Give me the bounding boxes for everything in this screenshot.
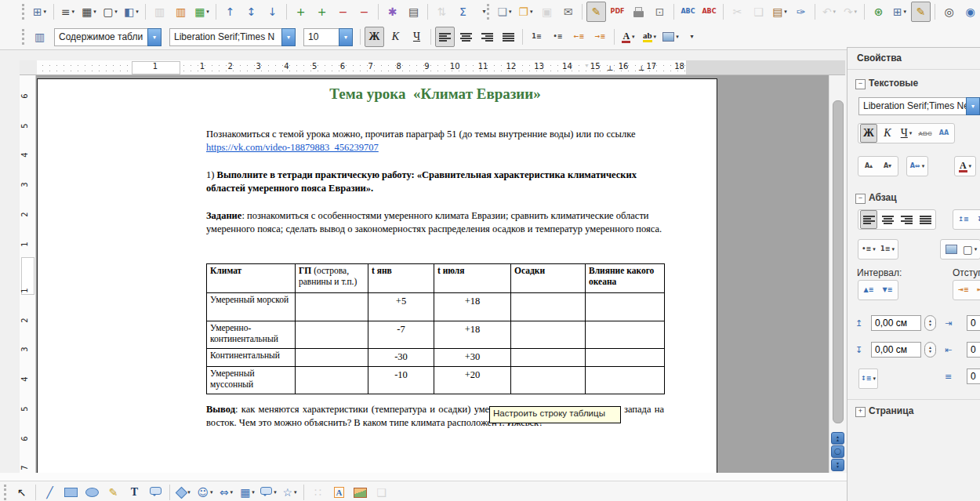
sidebar-font-name-combo[interactable]: Liberation Serif;Times Ne ▾ — [858, 97, 980, 115]
chevron-down-icon[interactable]: ▾ — [339, 28, 353, 46]
dropdown-arrow-icon[interactable]: ▾ — [632, 34, 635, 40]
align-center-button[interactable] — [456, 27, 476, 47]
align-left-button[interactable] — [860, 210, 877, 229]
intro-paragraph[interactable]: Познакомиться с темой урока можно, прочи… — [206, 128, 664, 154]
open-file-button[interactable]: ❐▾ — [516, 2, 535, 22]
split-cells-button[interactable]: ▥ — [171, 2, 191, 22]
dropdown-arrow-icon[interactable]: ▾ — [969, 163, 972, 169]
first-line-indent-input[interactable] — [967, 368, 980, 384]
navigator-button[interactable]: ◉ — [960, 2, 980, 22]
show-draw-functions-button[interactable]: ✎ — [911, 2, 931, 22]
table-cell[interactable] — [511, 321, 586, 349]
increase-font-size-button[interactable]: А▴ — [860, 157, 877, 176]
above-spacing-input[interactable] — [871, 315, 921, 331]
print-preview-button[interactable]: ⊡ — [650, 2, 670, 22]
ellipse-button[interactable] — [82, 482, 102, 501]
font-name-combo[interactable]: Liberation Serif;Times N ▾ — [169, 28, 296, 46]
table-cell[interactable]: Умеренный муссонный — [207, 367, 296, 394]
table-cell[interactable]: +5 — [368, 293, 434, 321]
border-style-button[interactable]: ≡▾ — [58, 2, 78, 22]
table-properties-button[interactable]: ▤ — [404, 2, 423, 22]
scrollbar-thumb[interactable] — [833, 100, 844, 423]
table-cell[interactable]: Умеренно-континентальный — [207, 321, 296, 349]
table-cell[interactable] — [586, 293, 665, 321]
toolbar-overflow-button[interactable]: ▾ — [682, 27, 702, 47]
dropdown-arrow-icon[interactable]: ▾ — [294, 489, 297, 496]
table-cell[interactable] — [296, 349, 368, 367]
table-cell[interactable]: +18 — [434, 321, 511, 349]
font-name-value[interactable]: Liberation Serif;Times N — [169, 28, 281, 46]
indent-after-input[interactable] — [967, 342, 980, 358]
increase-paragraph-spacing-button[interactable]: ▲≡ — [860, 281, 877, 300]
video-link[interactable]: https://vk.com/video-18879883_456239707 — [206, 142, 379, 153]
vertical-scrollbar[interactable]: ▲ ▲ ◯ ▼ ▼ — [829, 75, 846, 473]
rectangle-button[interactable] — [61, 482, 81, 501]
sidebar-font-name-value[interactable]: Liberation Serif;Times Ne — [858, 97, 966, 115]
spin-down-icon[interactable]: ▼ — [928, 323, 932, 327]
tab-stop-marker[interactable]: ┴ — [639, 67, 644, 74]
horizontal-ruler[interactable]: 1 ┴ ┴ ▼ ▼ 123456789101112131415161718 — [20, 60, 845, 75]
chevron-down-icon[interactable]: ▾ — [281, 28, 296, 46]
horizontal-scrollbar-area[interactable] — [0, 473, 847, 481]
table-cell[interactable]: +20 — [434, 367, 511, 394]
dropdown-arrow-icon[interactable]: ▾ — [873, 376, 876, 382]
underline-button[interactable]: Ч▾ — [898, 124, 915, 143]
borders-button[interactable]: ▦▾ — [79, 2, 99, 22]
dropdown-arrow-icon[interactable]: ▾ — [206, 9, 209, 15]
dropdown-arrow-icon[interactable]: ▾ — [873, 246, 876, 252]
dropdown-arrow-icon[interactable]: ▾ — [509, 9, 512, 15]
task-number[interactable]: 1) — [206, 169, 217, 180]
task-text[interactable]: Выполните в тетради практическую работу:… — [206, 169, 637, 194]
ruler-margin-area[interactable] — [686, 60, 845, 74]
dropdown-arrow-icon[interactable]: ▾ — [904, 9, 907, 15]
indent-marker[interactable]: ▼ — [584, 63, 590, 68]
find-replace-button[interactable]: ◎ — [939, 2, 959, 22]
dropdown-arrow-icon[interactable]: ▾ — [210, 489, 213, 496]
table-header-cell[interactable]: Осадки — [511, 264, 586, 293]
table-header-cell[interactable]: ГП (острова, равнины и т.п.) — [296, 264, 368, 293]
spin-down-icon[interactable]: ▼ — [928, 350, 932, 354]
align-top-button[interactable]: ↑ — [220, 2, 240, 22]
fontwork-button[interactable]: A — [329, 482, 349, 501]
chevron-down-icon[interactable]: ▾ — [966, 97, 980, 115]
numbered-list-button[interactable]: 1≡▾ — [879, 240, 896, 259]
decrease-indent-button[interactable]: ←≡ — [569, 27, 589, 47]
intro-text[interactable]: Познакомиться с темой урока можно, прочи… — [206, 129, 636, 140]
optimize-size-button[interactable]: ▦▾ — [192, 2, 212, 22]
print-button[interactable] — [629, 2, 648, 22]
dropdown-arrow-icon[interactable]: ▾ — [230, 489, 234, 496]
align-bottom-button[interactable]: ↓ — [263, 2, 282, 22]
bold-button[interactable]: Ж — [860, 124, 877, 143]
expand-icon[interactable]: + — [855, 407, 866, 417]
paragraph-style-combo[interactable]: Содержимое табли ▾ — [54, 28, 162, 46]
italic-button[interactable]: К — [879, 124, 896, 143]
block-arrows-button[interactable]: ⇔▾ — [216, 482, 236, 501]
toolbar-drag-handle[interactable] — [22, 29, 24, 45]
table-cell[interactable]: Континентальный — [207, 349, 296, 367]
vyvod-label[interactable]: Вывод — [206, 404, 235, 415]
dropdown-arrow-icon[interactable]: ▾ — [252, 489, 255, 496]
paragraph-spacing-bottom-button[interactable]: ↧≡ — [974, 210, 980, 229]
clone-formatting-button[interactable]: ✑ — [791, 2, 811, 22]
insert-row-button[interactable]: + — [291, 2, 310, 22]
dropdown-arrow-icon[interactable]: ▾ — [44, 9, 47, 15]
dropdown-arrow-icon[interactable]: ▾ — [784, 9, 787, 15]
table-cell[interactable]: +18 — [434, 293, 511, 321]
style-preview-button[interactable]: ▥ — [30, 27, 49, 47]
paragraph-border-button[interactable]: ▢▾ — [961, 240, 978, 259]
insert-image-button[interactable] — [350, 482, 370, 501]
table-cell[interactable] — [511, 293, 586, 321]
table-cell[interactable]: Умеренный морской — [207, 293, 296, 321]
underline-button[interactable]: Ч — [407, 27, 426, 47]
paragraph-spacing-top-button[interactable]: ↥≡ — [955, 210, 972, 229]
table-cell[interactable] — [586, 349, 665, 367]
numbered-list-button[interactable]: 1≡ — [527, 27, 546, 47]
background-color-button[interactable]: ▾ — [661, 27, 681, 47]
dropdown-arrow-icon[interactable]: ▾ — [114, 9, 118, 15]
paragraph-style-value[interactable]: Содержимое табли — [54, 28, 147, 46]
dropdown-arrow-icon[interactable]: ▾ — [909, 130, 913, 136]
delete-column-button[interactable]: − — [354, 2, 374, 22]
insert-table-button[interactable]: ⊞▾ — [30, 2, 49, 22]
star-shapes-button[interactable]: ☆▾ — [280, 482, 299, 501]
align-right-button[interactable] — [898, 210, 915, 229]
